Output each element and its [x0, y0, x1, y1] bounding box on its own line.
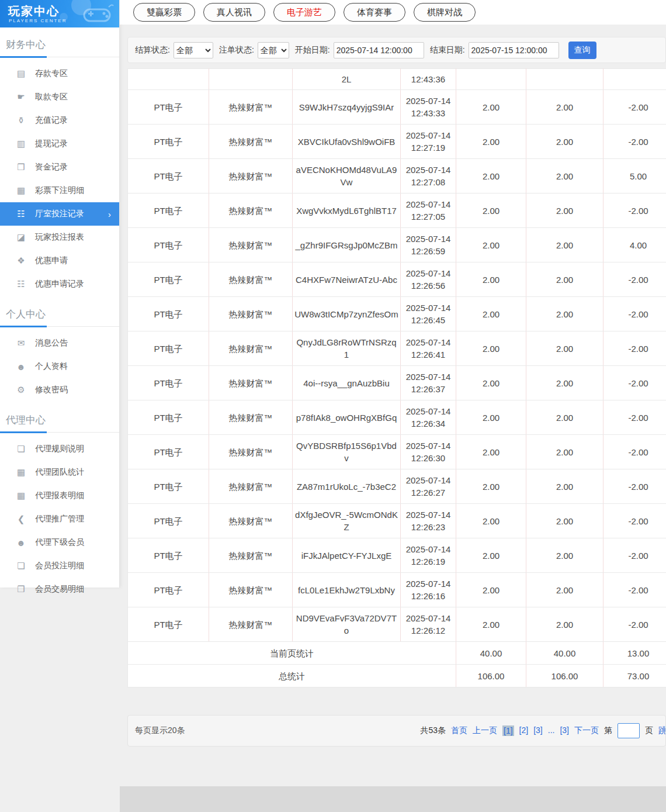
sidebar-item-label: 会员投注明细	[35, 561, 84, 571]
sidebar-item-deposit-card[interactable]: ▤存款专区	[0, 62, 119, 85]
sidebar-item-lottery-bet-detail[interactable]: ▦彩票下注明细	[0, 179, 119, 202]
sidebar-item-agent-members[interactable]: ☻代理下级会员	[0, 531, 119, 554]
cell-win: -2.00	[603, 400, 666, 435]
page-link-3[interactable]: [3]	[533, 725, 543, 736]
profile-person-icon: ☻	[16, 362, 26, 372]
cell-win: 5.00	[603, 159, 666, 194]
sidebar-item-password-gear[interactable]: ⚙修改密码	[0, 378, 119, 402]
jump-prefix-label: 第	[604, 725, 612, 736]
table-row: PT电子热辣财富™QvYBDSRBfp15S6p1Vbdv2025-07-141…	[128, 435, 666, 469]
cell-platform: PT电子	[128, 366, 209, 400]
page-link-首页[interactable]: 首页	[451, 725, 467, 736]
tab-体育赛事[interactable]: 体育赛事	[344, 3, 405, 22]
cell-time: 2025-07-1412:26:34	[401, 400, 456, 435]
cell-game: 热辣财富™	[209, 469, 293, 504]
cell-win: -2.00	[603, 366, 666, 400]
tab-棋牌对战[interactable]: 棋牌对战	[414, 3, 476, 22]
sidebar-item-label: 优惠申请记录	[35, 279, 84, 289]
sidebar-item-label: 优惠申请	[35, 255, 68, 266]
tab-雙贏彩票[interactable]: 雙贏彩票	[133, 3, 195, 22]
sidebar-item-member-trade-detail[interactable]: ❒会员交易明细	[0, 578, 119, 601]
cell-win: -2.00	[603, 538, 666, 573]
sidebar-item-label: 厅室投注记录	[35, 209, 84, 219]
recharge-record-icon: ⚱	[16, 115, 26, 126]
jump-go-link[interactable]: 跳转	[658, 725, 666, 736]
sidebar-item-withdraw-hand[interactable]: ☛取款专区	[0, 85, 119, 109]
sidebar-section-title: 个人中心	[0, 300, 119, 327]
cell-bet: 2.00	[456, 194, 526, 228]
cell-order-id: UW8w3tICMp7zynZfesOm	[293, 297, 401, 331]
sidebar-section-title: 财务中心	[0, 31, 119, 57]
sidebar-item-promo-apply-record[interactable]: ☷优惠申请记录	[0, 272, 119, 296]
cell-time: 2025-07-1412:26:56	[401, 262, 456, 297]
page-link-下一页[interactable]: 下一页	[574, 725, 599, 736]
query-button[interactable]: 查询	[568, 42, 596, 59]
agent-team-stats-icon: ▦	[16, 467, 26, 478]
table-row: PT电子热辣财富™C4HXFw7NeiwrATzU-Abc2025-07-141…	[128, 262, 666, 297]
cell-time: 2025-07-1412:26:12	[401, 607, 456, 642]
cell-order-id: XBVCIkUfa0vShl9wOiFB	[293, 125, 401, 159]
cell-time: 2025-07-1412:26:59	[401, 228, 456, 262]
sidebar-item-label: 会员交易明细	[35, 584, 84, 595]
cell-platform: PT电子	[128, 262, 209, 297]
page-link-1[interactable]: [1]	[502, 725, 514, 736]
cell-bet: 2.00	[456, 573, 526, 607]
cell-win: -2.00	[603, 469, 666, 504]
cell-win: -2.00	[603, 90, 666, 125]
sidebar-item-message-bell[interactable]: ✉消息公告	[0, 331, 119, 355]
cell-platform: PT电子	[128, 90, 209, 125]
table-row: PT电子热辣财富™XBVCIkUfa0vShl9wOiFB2025-07-141…	[128, 125, 666, 159]
cell-order-id: QnyJdLG8rRoWTrNSRzq1	[293, 331, 401, 366]
settle-status-select[interactable]: 全部	[174, 42, 213, 58]
sidebar-item-profile-person[interactable]: ☻个人资料	[0, 355, 119, 378]
sidebar-item-player-bet-report[interactable]: ◪玩家投注报表	[0, 226, 119, 249]
page-link-3[interactable]: [3]	[560, 725, 569, 736]
withdraw-record-icon: ▥	[16, 139, 26, 149]
end-date-input[interactable]	[469, 42, 559, 58]
password-gear-icon: ⚙	[16, 385, 26, 395]
sidebar-section-title: 代理中心	[0, 406, 119, 433]
sidebar-item-recharge-record[interactable]: ⚱充值记录	[0, 109, 119, 132]
sidebar-item-promo-apply[interactable]: ❖优惠申请	[0, 249, 119, 272]
cell-win: -2.00	[603, 262, 666, 297]
cell-win: 4.00	[603, 228, 666, 262]
jump-page-input[interactable]	[618, 723, 640, 738]
sidebar-item-withdraw-record[interactable]: ▥提现记录	[0, 132, 119, 156]
page-link-[interactable]: ...	[548, 725, 555, 736]
sidebar-item-agent-share[interactable]: ❮代理推广管理	[0, 507, 119, 531]
promo-apply-record-icon: ☷	[16, 279, 26, 289]
page-link-上一页[interactable]: 上一页	[473, 725, 497, 736]
page-link-2[interactable]: [2]	[519, 725, 529, 736]
cell-valid	[526, 69, 603, 90]
cell-platform: PT电子	[128, 331, 209, 366]
sidebar-item-agent-team-stats[interactable]: ▦代理团队统计	[0, 461, 119, 484]
cell-bet: 2.00	[456, 228, 526, 262]
sidebar-item-agent-report-detail[interactable]: ▦代理报表明细	[0, 484, 119, 507]
tab-真人视讯[interactable]: 真人视讯	[203, 3, 265, 22]
cell-bet: 2.00	[456, 504, 526, 538]
cell-valid: 2.00	[526, 262, 603, 297]
cell-game: 热辣财富™	[209, 228, 293, 262]
cell-time: 2025-07-1412:26:45	[401, 297, 456, 331]
order-status-select[interactable]: 全部	[258, 42, 289, 58]
cell-win: -2.00	[603, 331, 666, 366]
footer-band	[120, 786, 666, 812]
top-tab-band: 雙贏彩票真人视讯电子游艺体育赛事棋牌对战	[120, 0, 666, 25]
cell-game: 热辣财富™	[209, 607, 293, 642]
tab-电子游艺[interactable]: 电子游艺	[273, 3, 335, 22]
cell-win: 13.00	[603, 642, 666, 665]
sidebar-item-agent-rules-doc[interactable]: ❏代理规则说明	[0, 437, 119, 461]
cell-bet: 2.00	[456, 125, 526, 159]
sidebar-item-hall-bet-record[interactable]: ☷厅室投注记录›	[0, 202, 119, 226]
cell-game: 热辣财富™	[209, 194, 293, 228]
start-date-input[interactable]	[334, 42, 424, 58]
sidebar-item-label: 修改密码	[35, 385, 68, 395]
funds-record-icon: ❒	[16, 162, 26, 172]
sidebar-item-member-bet-detail[interactable]: ❏会员投注明细	[0, 554, 119, 578]
cell-time: 2025-07-1412:26:19	[401, 538, 456, 573]
sidebar-item-label: 资金记录	[35, 162, 68, 172]
cell-win: -2.00	[603, 435, 666, 469]
cell-game: 热辣财富™	[209, 366, 293, 400]
sidebar-item-funds-record[interactable]: ❒资金记录	[0, 156, 119, 179]
bet-records-table: 2L12:43:36PT电子热辣财富™S9WJkH7szq4yyjgS9IAr2…	[127, 68, 666, 687]
